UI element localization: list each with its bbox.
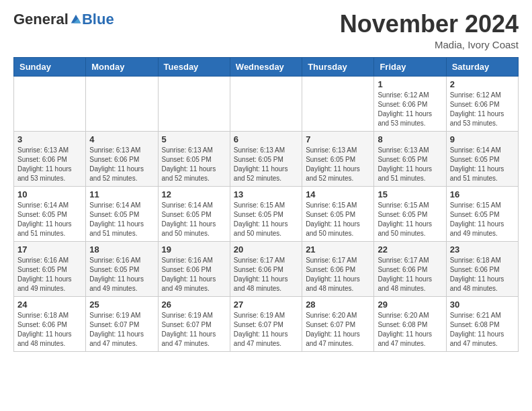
calendar-cell: 1Sunrise: 6:12 AM Sunset: 6:06 PM Daylig… [374,76,446,131]
calendar-week-row: 1Sunrise: 6:12 AM Sunset: 6:06 PM Daylig… [14,76,519,131]
day-number: 29 [378,300,442,310]
day-info: Sunrise: 6:14 AM Sunset: 6:05 PM Dayligh… [89,201,154,238]
day-number: 14 [306,189,370,199]
calendar-cell [14,76,86,131]
calendar-cell: 23Sunrise: 6:18 AM Sunset: 6:06 PM Dayli… [446,241,518,296]
day-number: 17 [17,244,82,255]
calendar-cell: 15Sunrise: 6:15 AM Sunset: 6:05 PM Dayli… [374,186,446,241]
calendar-cell: 29Sunrise: 6:20 AM Sunset: 6:08 PM Dayli… [374,296,446,351]
calendar-cell: 28Sunrise: 6:20 AM Sunset: 6:07 PM Dayli… [302,296,374,351]
day-number: 10 [17,189,82,199]
title-area: November 2024 Madia, Ivory Coast [340,11,519,50]
calendar-cell: 16Sunrise: 6:15 AM Sunset: 6:05 PM Dayli… [446,186,518,241]
calendar-week-row: 17Sunrise: 6:16 AM Sunset: 6:05 PM Dayli… [14,241,519,296]
calendar-cell: 4Sunrise: 6:13 AM Sunset: 6:06 PM Daylig… [86,131,158,186]
calendar-cell: 18Sunrise: 6:16 AM Sunset: 6:05 PM Dayli… [86,241,158,296]
day-info: Sunrise: 6:13 AM Sunset: 6:05 PM Dayligh… [234,146,298,183]
logo-area: General Blue [13,11,114,28]
day-number: 16 [450,189,515,199]
calendar-cell: 14Sunrise: 6:15 AM Sunset: 6:05 PM Dayli… [302,186,374,241]
calendar-cell: 25Sunrise: 6:19 AM Sunset: 6:07 PM Dayli… [86,296,158,351]
calendar-cell: 30Sunrise: 6:21 AM Sunset: 6:08 PM Dayli… [446,296,518,351]
day-info: Sunrise: 6:20 AM Sunset: 6:08 PM Dayligh… [378,311,442,349]
day-info: Sunrise: 6:13 AM Sunset: 6:06 PM Dayligh… [89,146,154,183]
day-number: 28 [306,300,370,310]
calendar-cell: 12Sunrise: 6:14 AM Sunset: 6:05 PM Dayli… [158,186,230,241]
calendar-cell: 20Sunrise: 6:17 AM Sunset: 6:06 PM Dayli… [230,241,302,296]
day-info: Sunrise: 6:19 AM Sunset: 6:07 PM Dayligh… [162,311,226,349]
day-info: Sunrise: 6:13 AM Sunset: 6:05 PM Dayligh… [378,146,442,183]
calendar-header-sunday: Sunday [14,57,86,76]
calendar-cell: 6Sunrise: 6:13 AM Sunset: 6:05 PM Daylig… [230,131,302,186]
day-info: Sunrise: 6:14 AM Sunset: 6:05 PM Dayligh… [162,201,226,238]
logo: General Blue [13,11,114,28]
day-number: 24 [17,300,82,310]
day-number: 9 [450,134,515,144]
calendar-cell [230,76,302,131]
day-info: Sunrise: 6:17 AM Sunset: 6:06 PM Dayligh… [234,256,298,293]
calendar-cell [302,76,374,131]
day-info: Sunrise: 6:15 AM Sunset: 6:05 PM Dayligh… [306,201,370,238]
day-number: 8 [378,134,442,144]
day-info: Sunrise: 6:13 AM Sunset: 6:06 PM Dayligh… [17,146,82,183]
day-info: Sunrise: 6:17 AM Sunset: 6:06 PM Dayligh… [306,256,370,293]
day-info: Sunrise: 6:13 AM Sunset: 6:05 PM Dayligh… [306,146,370,183]
calendar-cell: 10Sunrise: 6:14 AM Sunset: 6:05 PM Dayli… [14,186,86,241]
day-number: 27 [234,300,298,310]
calendar-cell [158,76,230,131]
day-number: 23 [450,244,515,255]
day-info: Sunrise: 6:15 AM Sunset: 6:05 PM Dayligh… [450,201,515,238]
calendar-cell: 26Sunrise: 6:19 AM Sunset: 6:07 PM Dayli… [158,296,230,351]
calendar-cell: 19Sunrise: 6:16 AM Sunset: 6:06 PM Dayli… [158,241,230,296]
day-number: 22 [378,244,442,255]
day-info: Sunrise: 6:16 AM Sunset: 6:05 PM Dayligh… [89,256,154,293]
calendar-header-tuesday: Tuesday [158,57,230,76]
calendar-header-row: SundayMondayTuesdayWednesdayThursdayFrid… [14,57,519,76]
day-info: Sunrise: 6:12 AM Sunset: 6:06 PM Dayligh… [378,91,442,128]
calendar-cell: 24Sunrise: 6:18 AM Sunset: 6:06 PM Dayli… [14,296,86,351]
logo-icon [70,13,82,26]
calendar-cell: 11Sunrise: 6:14 AM Sunset: 6:05 PM Dayli… [86,186,158,241]
day-number: 1 [378,79,442,89]
calendar-header-wednesday: Wednesday [230,57,302,76]
day-info: Sunrise: 6:17 AM Sunset: 6:06 PM Dayligh… [378,256,442,293]
day-number: 2 [450,79,515,89]
day-number: 11 [89,189,154,199]
month-title: November 2024 [340,11,519,38]
day-number: 20 [234,244,298,255]
day-number: 13 [234,189,298,199]
calendar-cell: 21Sunrise: 6:17 AM Sunset: 6:06 PM Dayli… [302,241,374,296]
calendar-header-friday: Friday [374,57,446,76]
day-info: Sunrise: 6:15 AM Sunset: 6:05 PM Dayligh… [234,201,298,238]
calendar-cell: 3Sunrise: 6:13 AM Sunset: 6:06 PM Daylig… [14,131,86,186]
day-info: Sunrise: 6:19 AM Sunset: 6:07 PM Dayligh… [234,311,298,349]
day-number: 18 [89,244,154,255]
logo-blue-text: Blue [82,11,114,28]
day-number: 7 [306,134,370,144]
day-info: Sunrise: 6:21 AM Sunset: 6:08 PM Dayligh… [450,311,515,349]
day-number: 26 [162,300,226,310]
calendar-header-thursday: Thursday [302,57,374,76]
calendar-cell: 27Sunrise: 6:19 AM Sunset: 6:07 PM Dayli… [230,296,302,351]
page: General Blue November 2024 Madia, Ivory … [0,0,532,365]
day-number: 12 [162,189,226,199]
day-number: 21 [306,244,370,255]
calendar-week-row: 3Sunrise: 6:13 AM Sunset: 6:06 PM Daylig… [14,131,519,186]
day-info: Sunrise: 6:16 AM Sunset: 6:05 PM Dayligh… [17,256,82,293]
day-info: Sunrise: 6:14 AM Sunset: 6:05 PM Dayligh… [450,146,515,183]
calendar-cell: 2Sunrise: 6:12 AM Sunset: 6:06 PM Daylig… [446,76,518,131]
calendar-cell: 7Sunrise: 6:13 AM Sunset: 6:05 PM Daylig… [302,131,374,186]
calendar-cell [86,76,158,131]
day-info: Sunrise: 6:15 AM Sunset: 6:05 PM Dayligh… [378,201,442,238]
calendar-week-row: 24Sunrise: 6:18 AM Sunset: 6:06 PM Dayli… [14,296,519,351]
calendar-cell: 9Sunrise: 6:14 AM Sunset: 6:05 PM Daylig… [446,131,518,186]
day-info: Sunrise: 6:18 AM Sunset: 6:06 PM Dayligh… [17,311,82,349]
header: General Blue November 2024 Madia, Ivory … [13,11,519,50]
day-info: Sunrise: 6:20 AM Sunset: 6:07 PM Dayligh… [306,311,370,349]
logo-general-text: General [13,11,69,28]
calendar-week-row: 10Sunrise: 6:14 AM Sunset: 6:05 PM Dayli… [14,186,519,241]
day-number: 5 [162,134,226,144]
day-info: Sunrise: 6:13 AM Sunset: 6:05 PM Dayligh… [162,146,226,183]
day-number: 6 [234,134,298,144]
day-info: Sunrise: 6:16 AM Sunset: 6:06 PM Dayligh… [162,256,226,293]
